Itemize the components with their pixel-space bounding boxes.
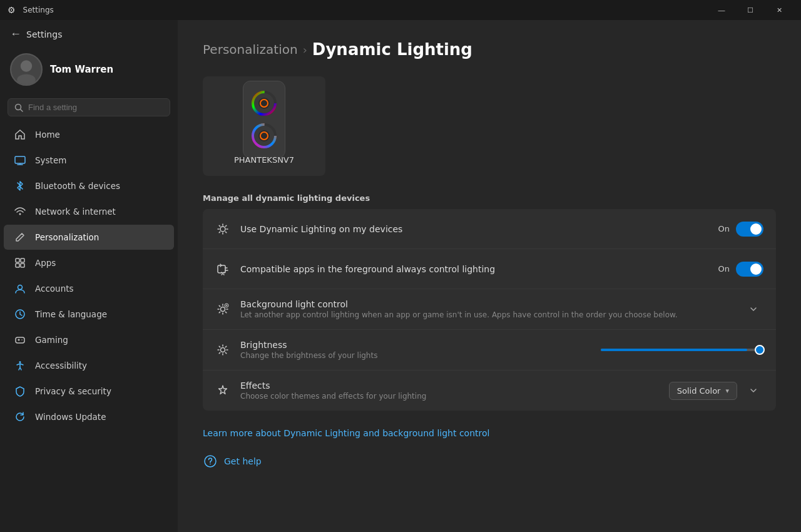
device-card[interactable]: PHANTEKSNV7 xyxy=(203,76,325,176)
sidebar-label-network: Network & internet xyxy=(35,207,116,217)
sidebar-label-system: System xyxy=(35,155,66,165)
avatar xyxy=(10,53,43,86)
brightness-slider-container[interactable] xyxy=(601,349,763,351)
get-help-icon xyxy=(203,454,218,469)
sidebar-item-accounts[interactable]: Accounts xyxy=(4,276,174,301)
sidebar-label-accessibility: Accessibility xyxy=(35,361,87,371)
sidebar-label-privacy: Privacy & security xyxy=(35,386,111,396)
accessibility-icon xyxy=(14,359,26,372)
svg-line-4 xyxy=(21,109,23,111)
svg-rect-11 xyxy=(21,263,24,267)
brightness-icon xyxy=(215,342,230,357)
background-light-text: Background light control Let another app… xyxy=(240,299,733,319)
user-profile[interactable]: Tom Warren xyxy=(0,43,178,98)
effects-expand-btn[interactable] xyxy=(743,381,763,401)
setting-brightness: Brightness Change the brightness of your… xyxy=(203,330,776,371)
svg-point-2 xyxy=(17,74,36,85)
sidebar-item-system[interactable]: System xyxy=(4,148,174,173)
sidebar-item-network[interactable]: Network & internet xyxy=(4,199,174,224)
search-icon xyxy=(14,103,23,112)
gaming-icon xyxy=(14,334,26,346)
setting-use-dynamic: Use Dynamic Lighting on my devices On xyxy=(203,209,776,249)
sidebar-label-bluetooth: Bluetooth & devices xyxy=(35,181,120,191)
search-input[interactable] xyxy=(28,103,163,112)
use-dynamic-toggle[interactable] xyxy=(736,222,763,237)
page-title: Dynamic Lighting xyxy=(312,40,472,59)
compatible-apps-value-label: On xyxy=(718,264,730,274)
get-help-text[interactable]: Get help xyxy=(224,456,262,466)
effects-dropdown[interactable]: Solid Color ▾ xyxy=(669,382,737,400)
minimize-button[interactable]: — xyxy=(707,0,736,20)
sidebar-item-time[interactable]: Time & language xyxy=(4,302,174,327)
background-light-desc: Let another app control lighting when an… xyxy=(240,310,733,319)
search-box[interactable] xyxy=(8,98,170,116)
breadcrumb-parent[interactable]: Personalization xyxy=(203,42,298,57)
sidebar-label-update: Windows Update xyxy=(35,412,106,422)
use-dynamic-icon xyxy=(215,222,230,237)
breadcrumb-separator: › xyxy=(303,43,307,56)
get-help-section[interactable]: Get help xyxy=(203,454,776,469)
user-name: Tom Warren xyxy=(50,64,113,75)
back-button[interactable]: ← xyxy=(8,25,24,43)
svg-rect-5 xyxy=(15,156,25,163)
svg-point-31 xyxy=(210,464,211,465)
sidebar-item-bluetooth[interactable]: Bluetooth & devices xyxy=(4,173,174,198)
device-icon xyxy=(239,91,289,148)
setting-background-light[interactable]: Background light control Let another app… xyxy=(203,289,776,330)
svg-rect-8 xyxy=(16,258,19,262)
svg-rect-26 xyxy=(218,265,225,273)
sidebar-title: Settings xyxy=(26,29,62,39)
time-icon xyxy=(14,308,26,320)
brightness-control xyxy=(601,349,763,351)
window-controls: — ☐ ✕ xyxy=(707,0,793,20)
use-dynamic-control: On xyxy=(718,222,763,237)
settings-group: Use Dynamic Lighting on my devices On xyxy=(203,209,776,411)
update-icon xyxy=(14,411,26,423)
svg-rect-14 xyxy=(16,337,24,343)
maximize-button[interactable]: ☐ xyxy=(736,0,765,20)
sidebar-item-gaming[interactable]: Gaming xyxy=(4,327,174,352)
sidebar-item-personalization[interactable]: Personalization xyxy=(4,225,174,250)
svg-point-12 xyxy=(18,285,23,290)
brightness-slider-thumb[interactable] xyxy=(755,345,765,355)
sidebar-label-time: Time & language xyxy=(35,309,107,319)
compatible-apps-title: Compatible apps in the foreground always… xyxy=(240,264,708,274)
bluetooth-icon xyxy=(14,180,26,192)
learn-more-link[interactable]: Learn more about Dynamic Lighting and ba… xyxy=(203,428,489,438)
window-title: Settings xyxy=(23,6,702,14)
sidebar-label-accounts: Accounts xyxy=(35,284,74,294)
manage-section-label: Manage all dynamic lighting devices xyxy=(203,193,776,203)
close-button[interactable]: ✕ xyxy=(765,0,793,20)
sidebar-label-home: Home xyxy=(35,130,60,140)
effects-dropdown-value: Solid Color xyxy=(677,386,721,396)
titlebar: ⚙ Settings — ☐ ✕ xyxy=(0,0,801,20)
compatible-apps-text: Compatible apps in the foreground always… xyxy=(240,264,708,274)
sidebar: ← Settings Tom Warren xyxy=(0,20,178,532)
svg-point-27 xyxy=(221,307,225,312)
use-dynamic-value-label: On xyxy=(718,224,730,233)
sidebar-item-accessibility[interactable]: Accessibility xyxy=(4,353,174,378)
breadcrumb: Personalization › Dynamic Lighting xyxy=(203,40,776,59)
svg-point-1 xyxy=(21,60,32,71)
home-icon xyxy=(14,128,26,141)
background-light-icon xyxy=(215,302,230,317)
privacy-icon xyxy=(14,385,26,397)
effects-control: Solid Color ▾ xyxy=(669,381,763,401)
sidebar-label-gaming: Gaming xyxy=(35,335,68,345)
svg-point-16 xyxy=(19,361,21,363)
device-name: PHANTEKSNV7 xyxy=(234,155,294,165)
sidebar-item-update[interactable]: Windows Update xyxy=(4,404,174,429)
sidebar-item-home[interactable]: Home xyxy=(4,122,174,147)
sidebar-item-apps[interactable]: Apps xyxy=(4,250,174,275)
brightness-title: Brightness xyxy=(240,340,591,350)
svg-point-25 xyxy=(220,227,225,232)
sidebar-item-privacy[interactable]: Privacy & security xyxy=(4,379,174,404)
main-content: Personalization › Dynamic Lighting xyxy=(178,20,801,532)
background-light-title: Background light control xyxy=(240,299,733,309)
background-light-expand[interactable] xyxy=(743,299,763,319)
accounts-icon xyxy=(14,282,26,295)
background-light-control xyxy=(743,299,763,319)
compatible-apps-toggle[interactable] xyxy=(736,262,763,277)
effects-title: Effects xyxy=(240,381,659,391)
brightness-slider-fill xyxy=(601,349,747,351)
